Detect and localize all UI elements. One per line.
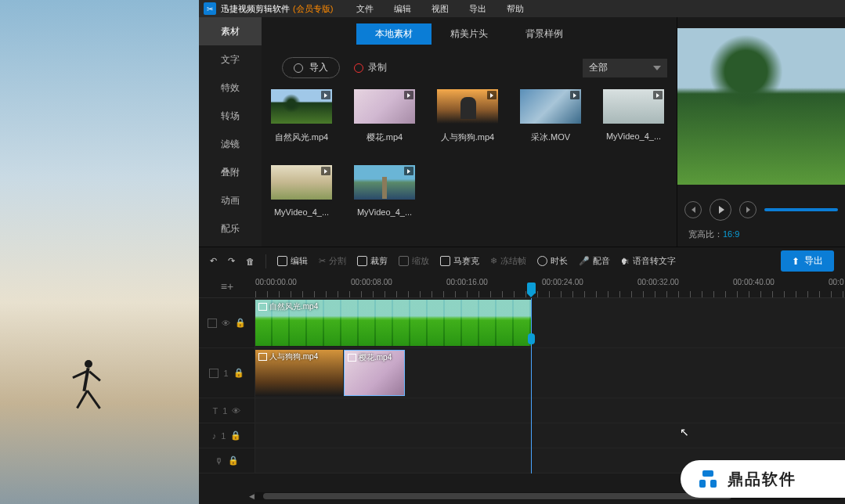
time-ruler[interactable]: 00:00:00.0000:00:08.0000:00:16.0000:00:2… (255, 275, 845, 297)
thumbnail[interactable]: MyVideo_4_... (354, 165, 415, 217)
play-icon (321, 91, 330, 99)
watermark: 鼎品软件 (681, 460, 845, 498)
material-panel: 本地素材 精美片头 背景样例 导入 录制 全部 自然风光.mp4樱花.mp4人与 (262, 17, 677, 247)
lock-icon[interactable]: 🔒 (235, 318, 246, 328)
tab-transition[interactable]: 转场 (199, 102, 262, 130)
playhead[interactable] (531, 298, 532, 473)
clip-sakura[interactable]: 樱花.mp4 (344, 350, 405, 396)
redo-button[interactable]: ↷ (228, 256, 235, 266)
thumbnail-label: MyVideo_4_... (354, 207, 415, 217)
thumbnail[interactable]: 人与狗狗.mp4 (437, 89, 498, 143)
video-track-1: 👁🔒 自然风光.mp4 (199, 298, 845, 348)
watermark-text: 鼎品软件 (728, 469, 796, 490)
video-track-2: 1🔒 人与狗狗.mp4 樱花.mp4 (199, 348, 845, 398)
tab-text[interactable]: 文字 (199, 45, 262, 74)
thumbnail[interactable]: 采冰.MOV (520, 89, 581, 143)
tool-duration[interactable]: 时长 (537, 255, 568, 267)
freeze-icon: ❄ (490, 256, 497, 266)
tool-crop[interactable]: 裁剪 (357, 255, 388, 267)
timeline-settings-button[interactable]: ≡+ (199, 275, 255, 297)
filter-dropdown[interactable]: 全部 (583, 59, 667, 77)
clip-dog[interactable]: 人与狗狗.mp4 (255, 350, 343, 396)
thumbnail-label: 樱花.mp4 (354, 131, 415, 143)
timestamp: 00:00:40.00 (733, 278, 775, 286)
menu-edit[interactable]: 编辑 (394, 3, 411, 15)
text-track: T1👁 (199, 398, 845, 423)
thumbnail-label: 自然风光.mp4 (271, 131, 332, 143)
watermark-logo-icon (696, 467, 720, 491)
runner-silhouette (55, 356, 117, 427)
track-index: 1 (223, 369, 228, 378)
side-tabs: 素材 文字 特效 转场 滤镜 叠附 动画 配乐 (199, 17, 262, 247)
preview-progress[interactable] (764, 208, 838, 211)
tab-material[interactable]: 素材 (199, 17, 262, 45)
tool-freeze[interactable]: ❄冻结帧 (490, 255, 526, 267)
menu-file[interactable]: 文件 (356, 3, 374, 15)
tool-stt[interactable]: 🗣语音转文字 (621, 255, 676, 267)
lock-icon[interactable]: 🔒 (233, 368, 244, 378)
import-button[interactable]: 导入 (282, 57, 340, 78)
pip-icon (209, 369, 218, 378)
sub-tabs: 本地素材 精美片头 背景样例 (271, 23, 667, 45)
subtab-local[interactable]: 本地素材 (356, 23, 432, 45)
video-icon (208, 319, 217, 328)
tab-music[interactable]: 配乐 (199, 214, 262, 243)
titlebar: ✂ 迅捷视频剪辑软件 (会员专版) 文件 编辑 视图 导出 帮助 (199, 0, 845, 17)
export-icon: ⬆ (792, 256, 800, 267)
tracks: 👁🔒 自然风光.mp4 1🔒 人与狗狗.mp4 樱花.mp4 T1👁 ♪1🔒 (199, 298, 845, 473)
timestamp: 00:00:24.00 (542, 278, 583, 286)
timestamp: 00:0 (829, 278, 843, 286)
thumbnail[interactable]: MyVideo_4_... (603, 89, 664, 143)
eye-icon[interactable]: 👁 (232, 406, 240, 416)
app-name: 迅捷视频剪辑软件 (221, 3, 290, 15)
menu-export[interactable]: 导出 (469, 3, 486, 15)
crop-icon (357, 256, 367, 266)
tab-filter[interactable]: 滤镜 (199, 130, 262, 158)
play-icon (404, 167, 413, 175)
tab-overlay[interactable]: 叠附 (199, 158, 262, 186)
mouse-cursor: ↖ (680, 426, 689, 438)
text-lane[interactable] (255, 398, 845, 423)
delete-button[interactable]: 🗑 (246, 257, 255, 266)
prev-frame-button[interactable] (684, 201, 702, 218)
record-button[interactable]: 录制 (354, 61, 387, 74)
background-image (0, 0, 204, 504)
next-frame-button[interactable] (739, 201, 757, 218)
tool-dub[interactable]: 🎤配音 (579, 255, 610, 267)
aspect-ratio: 宽高比：16:9 (677, 221, 845, 240)
tool-split[interactable]: ✂分割 (319, 255, 346, 267)
record-icon (354, 63, 363, 73)
tool-mosaic[interactable]: 马赛克 (440, 255, 479, 267)
tab-effects[interactable]: 特效 (199, 74, 262, 102)
undo-button[interactable]: ↶ (210, 256, 217, 266)
thumbnail[interactable]: MyVideo_4_... (271, 165, 332, 217)
tool-edit[interactable]: 编辑 (277, 255, 308, 267)
thumbnail-label: MyVideo_4_... (603, 131, 664, 141)
timestamp: 00:00:32.00 (637, 278, 679, 286)
tab-animation[interactable]: 动画 (199, 186, 262, 214)
subtab-intros[interactable]: 精美片头 (432, 23, 507, 45)
video-lane-1[interactable]: 自然风光.mp4 (255, 298, 845, 347)
video-lane-2[interactable]: 人与狗狗.mp4 樱花.mp4 (255, 348, 845, 398)
clip-nature[interactable]: 自然风光.mp4 (255, 300, 531, 346)
lock-icon[interactable]: 🔒 (230, 430, 241, 441)
eye-icon[interactable]: 👁 (222, 319, 230, 328)
timestamp: 00:00:16.00 (446, 278, 488, 286)
refresh-icon (294, 63, 303, 73)
play-button[interactable] (710, 199, 731, 221)
timeline-toolbar: ↶ ↷ 🗑 编辑 ✂分割 裁剪 缩放 马赛克 ❄冻结帧 时长 🎤配音 🗣语音转文… (199, 247, 845, 275)
audio-lane[interactable] (255, 423, 845, 448)
app-logo-icon: ✂ (204, 2, 216, 15)
preview-frame[interactable] (677, 28, 845, 185)
lock-icon[interactable]: 🔒 (228, 455, 239, 466)
menu-view[interactable]: 视图 (432, 3, 449, 15)
timestamp: 00:00:08.00 (351, 278, 392, 286)
export-button[interactable]: ⬆导出 (781, 250, 834, 272)
thumbnail[interactable]: 樱花.mp4 (354, 89, 415, 143)
thumbnail[interactable]: 自然风光.mp4 (271, 89, 332, 143)
tool-zoom[interactable]: 缩放 (399, 255, 429, 267)
mic-icon: 🎤 (579, 256, 590, 266)
menu-help[interactable]: 帮助 (507, 3, 524, 15)
app-edition: (会员专版) (293, 3, 333, 15)
subtab-backgrounds[interactable]: 背景样例 (507, 23, 582, 45)
